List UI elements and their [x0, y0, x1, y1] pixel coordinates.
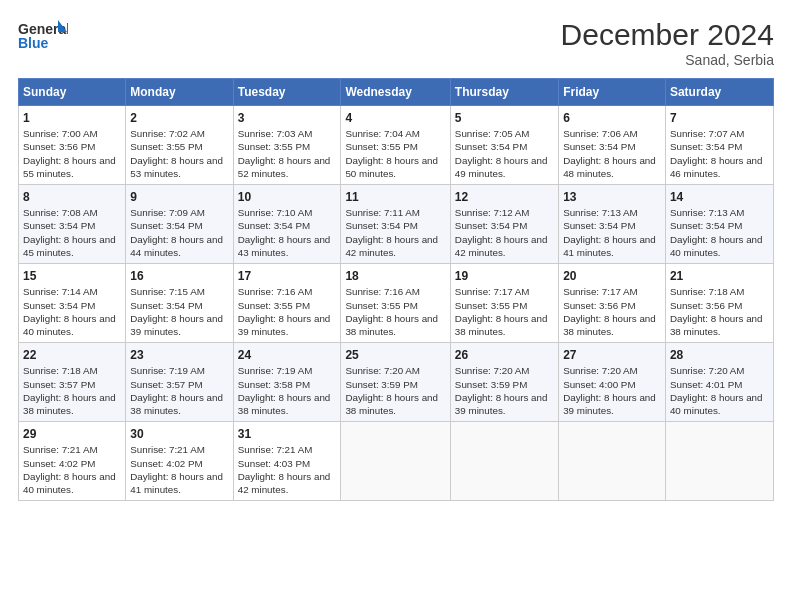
day-info: Sunrise: 7:19 AMSunset: 3:57 PMDaylight:… — [130, 364, 228, 417]
day-info: Sunrise: 7:18 AMSunset: 3:56 PMDaylight:… — [670, 285, 769, 338]
day-number: 26 — [455, 347, 554, 363]
day-info: Sunrise: 7:02 AMSunset: 3:55 PMDaylight:… — [130, 127, 228, 180]
calendar-week-5: 29Sunrise: 7:21 AMSunset: 4:02 PMDayligh… — [19, 422, 774, 501]
day-number: 21 — [670, 268, 769, 284]
calendar-cell: 10Sunrise: 7:10 AMSunset: 3:54 PMDayligh… — [233, 185, 341, 264]
calendar-cell: 28Sunrise: 7:20 AMSunset: 4:01 PMDayligh… — [665, 343, 773, 422]
day-info: Sunrise: 7:11 AMSunset: 3:54 PMDaylight:… — [345, 206, 445, 259]
day-info: Sunrise: 7:03 AMSunset: 3:55 PMDaylight:… — [238, 127, 337, 180]
day-number: 27 — [563, 347, 661, 363]
calendar-cell: 29Sunrise: 7:21 AMSunset: 4:02 PMDayligh… — [19, 422, 126, 501]
day-number: 6 — [563, 110, 661, 126]
calendar-cell: 11Sunrise: 7:11 AMSunset: 3:54 PMDayligh… — [341, 185, 450, 264]
day-number: 1 — [23, 110, 121, 126]
calendar-cell: 7Sunrise: 7:07 AMSunset: 3:54 PMDaylight… — [665, 106, 773, 185]
day-number: 4 — [345, 110, 445, 126]
calendar-cell: 1Sunrise: 7:00 AMSunset: 3:56 PMDaylight… — [19, 106, 126, 185]
day-info: Sunrise: 7:20 AMSunset: 3:59 PMDaylight:… — [345, 364, 445, 417]
location: Sanad, Serbia — [561, 52, 774, 68]
logo-svg: GeneralBlue — [18, 18, 68, 54]
day-number: 10 — [238, 189, 337, 205]
day-info: Sunrise: 7:04 AMSunset: 3:55 PMDaylight:… — [345, 127, 445, 180]
calendar-cell: 31Sunrise: 7:21 AMSunset: 4:03 PMDayligh… — [233, 422, 341, 501]
calendar-cell: 18Sunrise: 7:16 AMSunset: 3:55 PMDayligh… — [341, 264, 450, 343]
day-number: 12 — [455, 189, 554, 205]
day-number: 22 — [23, 347, 121, 363]
day-info: Sunrise: 7:14 AMSunset: 3:54 PMDaylight:… — [23, 285, 121, 338]
day-info: Sunrise: 7:15 AMSunset: 3:54 PMDaylight:… — [130, 285, 228, 338]
day-info: Sunrise: 7:12 AMSunset: 3:54 PMDaylight:… — [455, 206, 554, 259]
day-info: Sunrise: 7:16 AMSunset: 3:55 PMDaylight:… — [345, 285, 445, 338]
calendar-cell: 5Sunrise: 7:05 AMSunset: 3:54 PMDaylight… — [450, 106, 558, 185]
day-info: Sunrise: 7:10 AMSunset: 3:54 PMDaylight:… — [238, 206, 337, 259]
day-number: 25 — [345, 347, 445, 363]
calendar-cell: 25Sunrise: 7:20 AMSunset: 3:59 PMDayligh… — [341, 343, 450, 422]
day-info: Sunrise: 7:05 AMSunset: 3:54 PMDaylight:… — [455, 127, 554, 180]
calendar-cell: 8Sunrise: 7:08 AMSunset: 3:54 PMDaylight… — [19, 185, 126, 264]
calendar-week-4: 22Sunrise: 7:18 AMSunset: 3:57 PMDayligh… — [19, 343, 774, 422]
day-number: 15 — [23, 268, 121, 284]
calendar-cell: 30Sunrise: 7:21 AMSunset: 4:02 PMDayligh… — [126, 422, 233, 501]
day-info: Sunrise: 7:20 AMSunset: 4:01 PMDaylight:… — [670, 364, 769, 417]
day-info: Sunrise: 7:18 AMSunset: 3:57 PMDaylight:… — [23, 364, 121, 417]
day-info: Sunrise: 7:21 AMSunset: 4:02 PMDaylight:… — [130, 443, 228, 496]
calendar-week-1: 1Sunrise: 7:00 AMSunset: 3:56 PMDaylight… — [19, 106, 774, 185]
calendar-cell: 2Sunrise: 7:02 AMSunset: 3:55 PMDaylight… — [126, 106, 233, 185]
svg-text:Blue: Blue — [18, 35, 49, 51]
day-number: 23 — [130, 347, 228, 363]
day-info: Sunrise: 7:17 AMSunset: 3:56 PMDaylight:… — [563, 285, 661, 338]
calendar-cell: 23Sunrise: 7:19 AMSunset: 3:57 PMDayligh… — [126, 343, 233, 422]
calendar-cell: 24Sunrise: 7:19 AMSunset: 3:58 PMDayligh… — [233, 343, 341, 422]
day-number: 20 — [563, 268, 661, 284]
day-number: 9 — [130, 189, 228, 205]
calendar-cell: 17Sunrise: 7:16 AMSunset: 3:55 PMDayligh… — [233, 264, 341, 343]
calendar-cell: 27Sunrise: 7:20 AMSunset: 4:00 PMDayligh… — [559, 343, 666, 422]
day-number: 19 — [455, 268, 554, 284]
day-number: 2 — [130, 110, 228, 126]
calendar-cell: 26Sunrise: 7:20 AMSunset: 3:59 PMDayligh… — [450, 343, 558, 422]
calendar-cell — [450, 422, 558, 501]
weekday-header-sunday: Sunday — [19, 79, 126, 106]
calendar-week-3: 15Sunrise: 7:14 AMSunset: 3:54 PMDayligh… — [19, 264, 774, 343]
day-info: Sunrise: 7:20 AMSunset: 4:00 PMDaylight:… — [563, 364, 661, 417]
day-info: Sunrise: 7:09 AMSunset: 3:54 PMDaylight:… — [130, 206, 228, 259]
calendar-cell — [665, 422, 773, 501]
day-info: Sunrise: 7:21 AMSunset: 4:03 PMDaylight:… — [238, 443, 337, 496]
weekday-header-row: SundayMondayTuesdayWednesdayThursdayFrid… — [19, 79, 774, 106]
day-number: 8 — [23, 189, 121, 205]
calendar-cell: 19Sunrise: 7:17 AMSunset: 3:55 PMDayligh… — [450, 264, 558, 343]
calendar-cell — [341, 422, 450, 501]
logo: GeneralBlue — [18, 18, 68, 54]
day-info: Sunrise: 7:19 AMSunset: 3:58 PMDaylight:… — [238, 364, 337, 417]
calendar-cell: 20Sunrise: 7:17 AMSunset: 3:56 PMDayligh… — [559, 264, 666, 343]
day-number: 28 — [670, 347, 769, 363]
month-title: December 2024 — [561, 18, 774, 52]
calendar-cell: 6Sunrise: 7:06 AMSunset: 3:54 PMDaylight… — [559, 106, 666, 185]
day-number: 14 — [670, 189, 769, 205]
day-info: Sunrise: 7:17 AMSunset: 3:55 PMDaylight:… — [455, 285, 554, 338]
day-number: 11 — [345, 189, 445, 205]
day-number: 17 — [238, 268, 337, 284]
weekday-header-wednesday: Wednesday — [341, 79, 450, 106]
calendar-cell: 13Sunrise: 7:13 AMSunset: 3:54 PMDayligh… — [559, 185, 666, 264]
calendar-cell — [559, 422, 666, 501]
weekday-header-monday: Monday — [126, 79, 233, 106]
day-info: Sunrise: 7:13 AMSunset: 3:54 PMDaylight:… — [670, 206, 769, 259]
calendar-cell: 22Sunrise: 7:18 AMSunset: 3:57 PMDayligh… — [19, 343, 126, 422]
weekday-header-saturday: Saturday — [665, 79, 773, 106]
day-info: Sunrise: 7:07 AMSunset: 3:54 PMDaylight:… — [670, 127, 769, 180]
weekday-header-tuesday: Tuesday — [233, 79, 341, 106]
day-number: 24 — [238, 347, 337, 363]
weekday-header-thursday: Thursday — [450, 79, 558, 106]
calendar-cell: 9Sunrise: 7:09 AMSunset: 3:54 PMDaylight… — [126, 185, 233, 264]
day-info: Sunrise: 7:00 AMSunset: 3:56 PMDaylight:… — [23, 127, 121, 180]
calendar-cell: 15Sunrise: 7:14 AMSunset: 3:54 PMDayligh… — [19, 264, 126, 343]
day-number: 3 — [238, 110, 337, 126]
day-number: 5 — [455, 110, 554, 126]
calendar-cell: 16Sunrise: 7:15 AMSunset: 3:54 PMDayligh… — [126, 264, 233, 343]
day-info: Sunrise: 7:16 AMSunset: 3:55 PMDaylight:… — [238, 285, 337, 338]
calendar-cell: 12Sunrise: 7:12 AMSunset: 3:54 PMDayligh… — [450, 185, 558, 264]
page: GeneralBlue December 2024 Sanad, Serbia … — [0, 0, 792, 612]
weekday-header-friday: Friday — [559, 79, 666, 106]
calendar-cell: 14Sunrise: 7:13 AMSunset: 3:54 PMDayligh… — [665, 185, 773, 264]
